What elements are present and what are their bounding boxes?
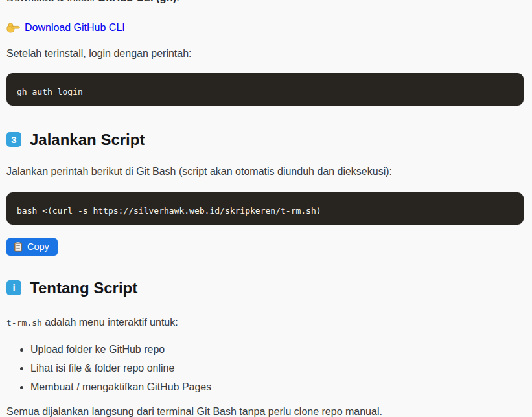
- inline-code-t-rm-sh: t-rm.sh: [6, 318, 42, 328]
- list-item: Upload folder ke GitHub repo: [30, 343, 524, 356]
- copy-button[interactable]: Copy: [6, 238, 58, 256]
- run-instruction: Jalankan perintah berikut di Git Bash (s…: [6, 164, 524, 178]
- list-item: Membuat / mengaktifkan GitHub Pages: [30, 380, 524, 394]
- feature-list: Upload folder ke GitHub repo Lihat isi f…: [6, 343, 524, 394]
- code-block-bash-command: bash <(curl -s https://silverhawk.web.id…: [6, 192, 524, 225]
- about-script-heading: i Tentang Script: [6, 279, 524, 297]
- download-github-cli-link[interactable]: Download GitHub CLI: [6, 21, 125, 34]
- about-intro: t-rm.sh adalah menu interaktif untuk:: [6, 315, 524, 330]
- copy-button-label: Copy: [27, 242, 49, 252]
- download-github-cli-link-label: Download GitHub CLI: [25, 21, 125, 34]
- clipped-top-line-prefix: Download & install: [6, 0, 97, 3]
- code-gh-auth-login: gh auth login: [17, 87, 83, 96]
- code-bash-command: bash <(curl -s https://silverhawk.web.id…: [17, 206, 321, 216]
- about-intro-text: adalah menu interaktif untuk:: [42, 317, 178, 328]
- keycap-3-icon: 3: [6, 132, 21, 147]
- run-script-heading-label: Jalankan Script: [30, 131, 145, 149]
- login-instruction: Setelah terinstall, login dengan perinta…: [6, 47, 524, 60]
- list-item: Lihat isi file & folder repo online: [30, 361, 524, 375]
- clipboard-icon: [14, 242, 23, 252]
- clipped-top-line: Download & install GitHub CLI (gh):: [6, 0, 524, 5]
- about-script-heading-label: Tentang Script: [30, 279, 137, 297]
- clipped-top-line-bold: GitHub CLI (gh): [97, 0, 176, 3]
- code-block-gh-auth-login: gh auth login: [6, 73, 524, 106]
- clipped-top-line-suffix: :: [176, 0, 179, 3]
- info-icon: i: [6, 280, 21, 295]
- download-link-line: Download GitHub CLI: [6, 21, 524, 36]
- run-script-heading: 3 Jalankan Script: [6, 131, 524, 149]
- footer-paragraph: Semua dijalankan langsung dari terminal …: [6, 405, 524, 417]
- pointing-right-hand-icon: [6, 23, 20, 33]
